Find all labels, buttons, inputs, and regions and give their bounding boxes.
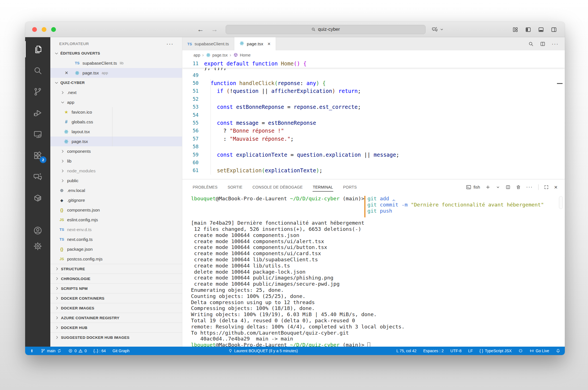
remote-indicator[interactable] — [30, 349, 34, 353]
terminal-scrollbar-thumb[interactable] — [559, 196, 563, 209]
tree-file-page.tsx[interactable]: page.tsx — [50, 137, 182, 146]
git-graph-button[interactable]: Git Graph — [112, 349, 129, 353]
code-line-59[interactable]: 59 const explicationTexte = question.exp… — [182, 151, 565, 158]
breadcrumb-item-app[interactable]: app — [193, 53, 200, 57]
code-line-49[interactable]: 49 — [182, 71, 565, 79]
copilot-status[interactable] — [518, 349, 523, 353]
code-line-11[interactable]: 11export default function Home() { — [182, 60, 565, 68]
close-tab-icon[interactable]: × — [267, 41, 270, 47]
open-editor-supabaseClient.ts[interactable]: TSsupabaseClient.tslib — [50, 58, 182, 68]
split-editor-icon[interactable] — [540, 41, 546, 47]
panel-tab-sortie[interactable]: SORTIE — [227, 183, 243, 191]
editor-search-icon[interactable] — [528, 41, 534, 47]
maximize-window-button[interactable] — [51, 27, 56, 32]
panel-tab-console-de-débogage[interactable]: CONSOLE DE DÉBOGAGE — [252, 183, 303, 191]
code-line-54[interactable]: 54 — [182, 111, 565, 119]
activity-bar-item-chat[interactable] — [25, 169, 50, 185]
minimize-window-button[interactable] — [42, 27, 46, 32]
tree-folder-.next[interactable]: .next — [50, 88, 182, 97]
activity-bar-item-explorer[interactable] — [25, 41, 50, 57]
chevron-down-icon[interactable] — [440, 27, 444, 32]
editor-more-actions-icon[interactable]: ··· — [552, 41, 559, 47]
code-line-50[interactable]: 50 function handleClick(reponse: any) { — [182, 79, 565, 87]
activity-bar-item-accounts[interactable] — [25, 222, 50, 239]
section-header-azure-container-registry[interactable]: AZURE CONTAINER REGISTRY — [50, 313, 182, 323]
section-header--diteurs-ouverts[interactable]: ÉDITEURS OUVERTS — [50, 48, 182, 58]
code-line-61[interactable]: 61 setExplication(explicationTexte); — [182, 166, 565, 174]
forward-button[interactable]: → — [211, 25, 218, 33]
code-line-51[interactable]: 51 if (!question || afficherExplication)… — [182, 87, 565, 95]
encoding-indicator[interactable]: UTF-8 — [450, 349, 462, 353]
open-editor-page.tsx[interactable]: ×page.tsxapp — [50, 68, 182, 78]
activity-bar-item-settings[interactable] — [25, 238, 50, 254]
panel-tab-problèmes[interactable]: PROBLÈMES — [192, 183, 218, 191]
line-col-indicator[interactable]: L 75, col 42 — [396, 349, 417, 353]
tree-file-next.config.ts[interactable]: TSnext.config.ts — [50, 234, 182, 244]
close-window-button[interactable] — [32, 27, 37, 32]
code-line-52[interactable]: 52 — [182, 95, 565, 103]
tree-file-package.json[interactable]: {}package.json — [50, 244, 182, 254]
activity-bar-item-extensions[interactable]: 2 — [25, 147, 50, 164]
maximize-panel-icon[interactable] — [544, 185, 549, 190]
section-header-docker-containers[interactable]: DOCKER CONTAINERS — [50, 293, 182, 303]
tree-folder-app[interactable]: app — [50, 97, 182, 107]
activity-bar-item-search[interactable] — [25, 62, 50, 79]
section-header-docker-images[interactable]: DOCKER IMAGES — [50, 303, 182, 313]
tree-folder-lib[interactable]: lib — [50, 156, 182, 166]
code-line-57[interactable]: 57 : "Mauvaise réponse."; — [182, 135, 565, 143]
back-button[interactable]: ← — [197, 25, 204, 33]
terminal[interactable]: lbouquet@MacBook-Pro-de-Laurent ~/D/D/qu… — [182, 195, 565, 347]
code-editor[interactable]: 11export default function Home() {}, [])… — [182, 60, 565, 179]
tree-folder-public[interactable]: public — [50, 176, 182, 185]
sidebar-more-actions-icon[interactable]: ··· — [166, 41, 174, 47]
tree-file-postcss.config.mjs[interactable]: JSpostcss.config.mjs — [50, 254, 182, 264]
panel-tab-terminal[interactable]: TERMINAL — [313, 183, 333, 191]
code-line-56[interactable]: 56 ? "Bonne réponse !" — [182, 127, 565, 135]
new-terminal-icon[interactable] — [485, 185, 490, 190]
tree-file-.gitignore[interactable]: ◆.gitignore — [50, 195, 182, 205]
indentation-indicator[interactable]: Espaces : 2 — [423, 349, 444, 353]
go-live-button[interactable]: Go Live — [530, 349, 549, 353]
terminal-shell-chip[interactable]: fish — [466, 184, 480, 190]
panel-tab-ports[interactable]: PORTS — [343, 183, 357, 191]
code-line-58[interactable]: 58 — [182, 143, 565, 151]
tree-file-next-env.d.ts[interactable]: TSnext-env.d.ts — [50, 225, 182, 234]
code-line-53[interactable]: 53 const estBonneReponse = reponse.est_c… — [182, 103, 565, 111]
tree-file-eslint.config.mjs[interactable]: JSeslint.config.mjs — [50, 215, 182, 225]
tree-file-.env.local[interactable]: .env.local — [50, 185, 182, 195]
activity-bar-item-run-and-debug[interactable] — [25, 105, 50, 121]
tree-folder-node_modules[interactable]: node_modules — [50, 166, 182, 176]
activity-bar-item-remote-explorer[interactable] — [25, 126, 50, 142]
editor-tab-page.tsx[interactable]: page.tsx× — [234, 37, 276, 50]
tree-file-components.json[interactable]: {}components.json — [50, 205, 182, 215]
tree-folder-components[interactable]: components — [50, 146, 182, 156]
command-center-search[interactable]: quiz-cyber — [226, 25, 426, 34]
toggle-primary-sidebar-icon[interactable] — [525, 27, 531, 33]
section-header-scripts-npm[interactable]: SCRIPTS NPM — [50, 283, 182, 293]
section-header-suggested-docker-hub-images[interactable]: SUGGESTED DOCKER HUB IMAGES — [50, 332, 182, 342]
section-header-docker-hub[interactable]: DOCKER HUB — [50, 323, 182, 332]
close-panel-icon[interactable]: × — [554, 184, 558, 191]
tree-file-globals.css[interactable]: #globals.css — [50, 117, 182, 127]
eol-indicator[interactable]: LF — [468, 349, 473, 353]
copilot-chat-icon[interactable] — [432, 26, 438, 32]
activity-bar-item-docker[interactable] — [25, 190, 50, 206]
tree-file-layout.tsx[interactable]: layout.tsx — [50, 127, 182, 137]
language-indicator[interactable]: { } TypeScript JSX — [480, 349, 512, 353]
breadcrumb-item-Home[interactable]: Home — [233, 53, 251, 58]
split-terminal-icon[interactable] — [506, 185, 511, 190]
code-line-55[interactable]: 55 const message = estBonneReponse — [182, 119, 565, 127]
problems-indicator[interactable]: 0 0 — [68, 349, 87, 353]
breadcrumb-item-page.tsx[interactable]: page.tsx — [206, 53, 228, 58]
todo-counter[interactable]: {..} : 64 — [93, 349, 106, 353]
section-header-structure[interactable]: STRUCTURE — [50, 264, 182, 274]
section-header-chronologie[interactable]: CHRONOLOGIE — [50, 274, 182, 283]
section-header-quiz-cyber[interactable]: QUIZ-CYBER — [50, 78, 182, 88]
activity-bar-item-source-control[interactable] — [25, 84, 50, 100]
kill-terminal-trash-icon[interactable] — [516, 185, 521, 190]
gitlens-author[interactable]: Laurent BOUQUET (Il y a 5 minutes) — [228, 349, 298, 353]
terminal-dropdown-chevron-icon[interactable] — [496, 185, 500, 189]
code-line[interactable]: }, []); — [182, 68, 565, 71]
close-editor-icon[interactable]: × — [65, 70, 68, 76]
code-line-60[interactable]: 60 — [182, 159, 565, 166]
